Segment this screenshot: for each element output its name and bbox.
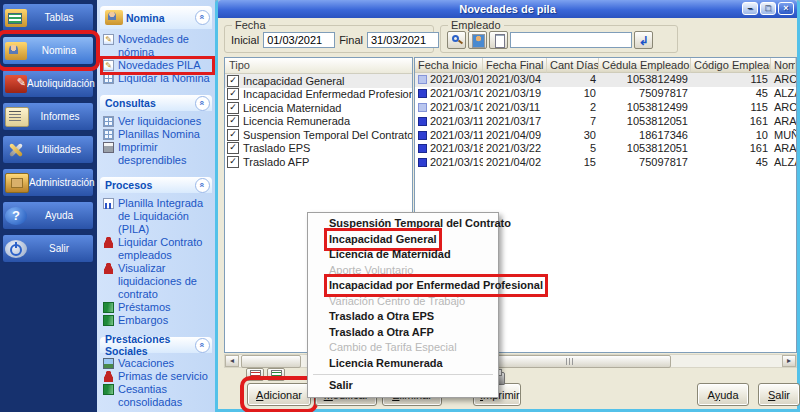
reports-document-icon <box>5 107 29 127</box>
fecha-inicial-input[interactable] <box>263 32 335 48</box>
tipo-item-traslado-afp[interactable]: ✓Traslado AFP <box>225 155 412 169</box>
nav-item-cesantias-consolidadas[interactable]: Cesantias consolidadas <box>103 383 212 409</box>
nav-item-visualizar-liquidaciones-de-contrato[interactable]: Visualizar liquidaciones de contrato <box>103 262 212 301</box>
sidebar-item-autoliquidacion[interactable]: Autoliquidación <box>2 69 94 98</box>
checkbox-icon[interactable]: ✓ <box>227 88 239 100</box>
column-header-cedula-empleado[interactable]: Cédula Empleado <box>599 58 691 73</box>
nav-item-imprimir-desprendibles[interactable]: Imprimir desprendibles <box>103 141 212 167</box>
checkbox-icon[interactable]: ✓ <box>227 129 239 141</box>
cell-c2: 4 <box>547 73 599 86</box>
tipo-item-label: Traslado EPS <box>243 142 310 154</box>
menu-item-label: Variación Centro de Trabajo <box>329 295 465 308</box>
nav-item-planillas-nomina[interactable]: Planillas Nomina <box>103 128 212 141</box>
tipo-item-licencia-maternidad[interactable]: ✓Licencia Maternidad <box>225 101 412 115</box>
nav-item-planilla-integrada-de-liquidacion-pila[interactable]: Planilla Integrada de Liquidación (PILA) <box>103 197 212 236</box>
row-marker-icon <box>418 103 427 112</box>
nav-item-vacaciones[interactable]: Vacaciones <box>103 357 212 370</box>
menu-item-incapacidad-por-enfermedad-profesional[interactable]: Incapacidad por Enfermedad Profesional <box>309 278 497 294</box>
fecha-final-input[interactable] <box>367 32 439 48</box>
scroll-right-icon[interactable]: ▸ <box>782 355 796 367</box>
sidebar-item-salir[interactable]: Salir <box>2 234 94 263</box>
column-header-nombre-emp[interactable]: Nombre Emp <box>771 58 796 73</box>
tipo-item-incapacidad-general[interactable]: ✓Incapacidad General <box>225 74 412 88</box>
nav-item-embargos[interactable]: Embargos <box>103 314 212 327</box>
nav-item-novedades-pila[interactable]: Novedades PILA <box>103 59 212 72</box>
table-row[interactable]: 2021/03/112021/04/09301861734610MUÑOZ SA… <box>415 128 796 142</box>
tipo-item-licencia-remunerada[interactable]: ✓Licencia Remunerada <box>225 115 412 129</box>
tipo-scroll-thumb[interactable] <box>241 355 301 368</box>
table-row[interactable]: 2021/03/192021/04/02157509781745ALZATE C… <box>415 156 796 170</box>
sidebar-item-administracion[interactable]: Administración <box>2 168 94 197</box>
sidebar-item-nomina[interactable]: Nomina <box>2 36 94 65</box>
nav-item-liquidar-contrato-empleados[interactable]: Liquidar Contrato empleados <box>103 236 212 262</box>
nav-item-liquidar-la-nomina[interactable]: Liquidar la Nomina <box>103 72 212 85</box>
nav-item-novedades-de-nomina[interactable]: Novedades de nómina <box>103 33 212 59</box>
nav-section-header-nomina[interactable]: Nomina <box>100 6 212 29</box>
checkbox-icon[interactable]: ✓ <box>227 75 239 87</box>
document-icon[interactable] <box>489 31 508 49</box>
cell-c3: 75097817 <box>599 87 691 100</box>
checkbox-icon[interactable]: ✓ <box>227 142 239 154</box>
close-button[interactable]: × <box>778 2 794 15</box>
nav-item-prestamos[interactable]: Préstamos <box>103 301 212 314</box>
go-arrow-icon[interactable]: ↲ <box>634 31 653 49</box>
window-titlebar[interactable]: Novedades de pila – □ × <box>218 0 797 18</box>
menu-item-label: Aporte Voluntario <box>329 264 413 277</box>
nav-item-ver-liquidaciones[interactable]: Ver liquidaciones <box>103 115 212 128</box>
cell-c3: 1053812051 <box>599 142 691 155</box>
sidebar-item-informes[interactable]: Informes <box>2 102 94 131</box>
menu-item-suspension-temporal-del-contrato[interactable]: Suspensión Temporal del Contrato <box>309 216 497 232</box>
column-header-fecha-inicio[interactable]: Fecha Inicio <box>415 58 483 73</box>
adicionar-button[interactable]: Adicionar <box>247 383 311 406</box>
row-marker-icon <box>418 89 427 98</box>
menu-item-licencia-de-maternidad[interactable]: Licencia de Maternidad <box>309 247 497 263</box>
menu-item-traslado-a-otra-afp[interactable]: Traslado a Otra AFP <box>309 325 497 341</box>
nav-section-header-procesos[interactable]: Procesos <box>100 177 212 193</box>
tipo-item-traslado-eps[interactable]: ✓Traslado EPS <box>225 142 412 156</box>
checkbox-icon[interactable]: ✓ <box>227 102 239 114</box>
menu-item-label: Licencia de Maternidad <box>329 248 451 261</box>
table-row[interactable]: 2021/03/182021/03/2251053812051161ARANGO… <box>415 142 796 156</box>
person-icon[interactable] <box>468 31 487 49</box>
ayuda-button[interactable]: Ayuda <box>697 383 749 406</box>
collapse-chevron-icon[interactable] <box>195 10 210 25</box>
nav-item-primas-de-servicio[interactable]: Primas de servicio <box>103 370 212 383</box>
cell-c4: 161 <box>691 115 771 128</box>
scroll-left-icon[interactable]: ◂ <box>225 355 239 367</box>
column-header-fecha-final[interactable]: Fecha Final <box>483 58 547 73</box>
checkbox-icon[interactable]: ✓ <box>227 115 239 127</box>
salir-button[interactable]: Salir <box>758 383 800 406</box>
payroll-folder-icon <box>5 42 27 60</box>
empleado-input[interactable] <box>510 32 632 48</box>
sidebar-item-utilidades[interactable]: Utilidades <box>2 135 94 164</box>
collapse-chevron-icon[interactable] <box>195 96 210 111</box>
table-row[interactable]: 2021/03/102021/03/19107509781745ALZATE C… <box>415 87 796 101</box>
tipo-item-incapacidad-enfermedad-profesional[interactable]: ✓Incapacidad Enfermedad Profesional <box>225 88 412 102</box>
search-icon[interactable] <box>447 31 466 49</box>
menu-item-incapacidad-general[interactable]: Incapacidad General <box>309 232 497 248</box>
maximize-button[interactable]: □ <box>760 2 776 15</box>
minimize-button[interactable]: – <box>742 2 758 15</box>
sidebar-item-label: Administración <box>29 177 95 188</box>
check-all-button[interactable] <box>246 368 264 381</box>
table-row[interactable]: 2021/03/012021/03/0441053812499115ARCILA… <box>415 73 796 87</box>
collapse-chevron-icon[interactable] <box>195 338 210 353</box>
table-row[interactable]: 2021/03/112021/03/1771053812051161ARANGO… <box>415 114 796 128</box>
table-scroll-thumb[interactable] <box>469 355 671 368</box>
menu-item-licencia-remunerada[interactable]: Licencia Remunerada <box>309 356 497 372</box>
tipo-item-suspension-temporal-del-contrato[interactable]: ✓Suspension Temporal Del Contrato <box>225 128 412 142</box>
admin-box-icon <box>5 173 29 193</box>
nav-section-header-prestaciones-sociales[interactable]: Prestaciones Sociales <box>100 337 212 353</box>
window-controls: – □ × <box>742 2 794 15</box>
table-row[interactable]: 2021/03/102021/03/1121053812499115ARCILA… <box>415 101 796 115</box>
nav-section-header-consultas[interactable]: Consultas <box>100 95 212 111</box>
column-header-codigo-empleado[interactable]: Código Empleado <box>691 58 771 73</box>
column-header-cant-dias[interactable]: Cant Días <box>547 58 599 73</box>
sidebar-item-tablas[interactable]: Tablas <box>2 3 94 32</box>
collapse-chevron-icon[interactable] <box>195 178 210 193</box>
sidebar-item-ayuda[interactable]: Ayuda <box>2 201 94 230</box>
menu-item-salir[interactable]: Salir <box>309 378 497 394</box>
uncheck-all-button[interactable] <box>267 368 285 381</box>
checkbox-icon[interactable]: ✓ <box>227 156 239 168</box>
menu-item-traslado-a-otra-eps[interactable]: Traslado a Otra EPS <box>309 309 497 325</box>
